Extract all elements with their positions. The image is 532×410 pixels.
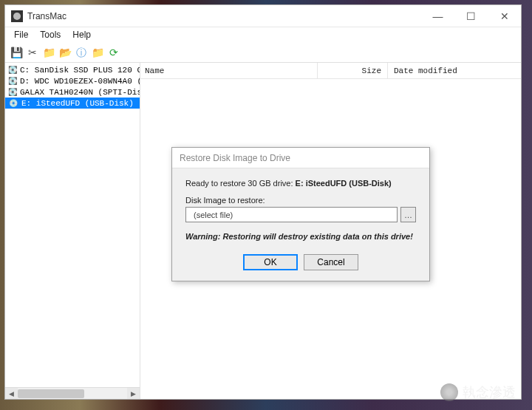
ready-text: Ready to restore 30 GB drive: E: iSteedU… bbox=[185, 179, 416, 188]
drive-tree: 💽C: SanDisk SSD PLUS 120 GB (💽D: WDC WD1… bbox=[5, 63, 140, 399]
browse-button[interactable]: … bbox=[400, 207, 416, 222]
scroll-left-icon[interactable]: ◀ bbox=[5, 388, 18, 399]
column-size[interactable]: Size bbox=[318, 63, 388, 78]
watermark-icon bbox=[440, 383, 458, 401]
window-controls: — ☐ ✕ bbox=[421, 5, 521, 27]
toolbar: 💾✂📁📂ⓘ📁⟳ bbox=[5, 42, 521, 63]
menu-file[interactable]: File bbox=[8, 28, 34, 41]
drive-label: D: WDC WD10EZEX-08WN4A0 (SAT bbox=[20, 77, 140, 86]
warning-text: Warning: Restoring will destroy existing… bbox=[185, 232, 416, 241]
restore-dialog: Restore Disk Image to Drive Ready to res… bbox=[171, 147, 430, 281]
disk-image-label: Disk Image to restore: bbox=[185, 196, 416, 205]
drive-item[interactable]: 💽C: SanDisk SSD PLUS 120 GB ( bbox=[5, 64, 140, 75]
column-date[interactable]: Date modified bbox=[388, 63, 521, 78]
minimize-button[interactable]: — bbox=[421, 5, 454, 27]
drive-label: C: SanDisk SSD PLUS 120 GB ( bbox=[20, 66, 140, 75]
drive-icon: 💽 bbox=[8, 88, 17, 97]
drive-icon: 💿 bbox=[8, 99, 18, 108]
folder-open-icon[interactable]: 📂 bbox=[58, 46, 72, 59]
drive-item[interactable]: 💽D: WDC WD10EZEX-08WN4A0 (SAT bbox=[5, 75, 140, 86]
window-title: TransMac bbox=[27, 11, 66, 21]
tree-h-scrollbar[interactable]: ◀ ▶ bbox=[5, 387, 140, 399]
watermark: 執念滲透 bbox=[440, 383, 516, 401]
list-header: Name Size Date modified bbox=[140, 63, 521, 79]
close-button[interactable]: ✕ bbox=[488, 5, 521, 27]
dialog-body: Ready to restore 30 GB drive: E: iSteedU… bbox=[172, 168, 429, 250]
menu-tools[interactable]: Tools bbox=[34, 28, 66, 41]
save-icon[interactable]: 💾 bbox=[10, 46, 23, 59]
scroll-right-icon[interactable]: ▶ bbox=[127, 388, 140, 399]
folder-icon[interactable]: 📁 bbox=[42, 46, 55, 59]
drive-label: E: iSteedUFD (USB-Disk) bbox=[21, 99, 134, 108]
file-select-row: (select file) … bbox=[185, 207, 416, 222]
titlebar[interactable]: TransMac — ☐ ✕ bbox=[5, 5, 521, 27]
drive-icon: 💽 bbox=[8, 66, 17, 75]
drive-item[interactable]: 💿E: iSteedUFD (USB-Disk) bbox=[5, 98, 140, 109]
menu-help[interactable]: Help bbox=[66, 28, 97, 41]
scroll-thumb[interactable] bbox=[18, 389, 84, 398]
scissors-icon[interactable]: ✂ bbox=[26, 46, 39, 59]
new-folder-icon[interactable]: 📁 bbox=[91, 46, 104, 59]
watermark-text: 執念滲透 bbox=[463, 383, 516, 401]
dialog-buttons: OK Cancel bbox=[172, 250, 429, 281]
ready-drive: E: iSteedUFD (USB-Disk) bbox=[296, 179, 392, 188]
cancel-button[interactable]: Cancel bbox=[304, 254, 358, 270]
info-icon[interactable]: ⓘ bbox=[75, 46, 88, 59]
app-icon bbox=[11, 10, 23, 22]
refresh-icon[interactable]: ⟳ bbox=[107, 46, 120, 59]
maximize-button[interactable]: ☐ bbox=[454, 5, 488, 27]
column-name[interactable]: Name bbox=[140, 63, 318, 78]
menubar: File Tools Help bbox=[5, 27, 521, 42]
file-path-input[interactable]: (select file) bbox=[185, 207, 398, 222]
drive-label: GALAX TA1H0240N (SPTI-Disk) bbox=[20, 88, 140, 97]
drive-icon: 💽 bbox=[8, 77, 17, 86]
dialog-title: Restore Disk Image to Drive bbox=[172, 148, 429, 168]
ok-button[interactable]: OK bbox=[243, 254, 298, 270]
ready-prefix: Ready to restore 30 GB drive: bbox=[185, 179, 296, 188]
drive-item[interactable]: 💽GALAX TA1H0240N (SPTI-Disk) bbox=[5, 86, 140, 98]
